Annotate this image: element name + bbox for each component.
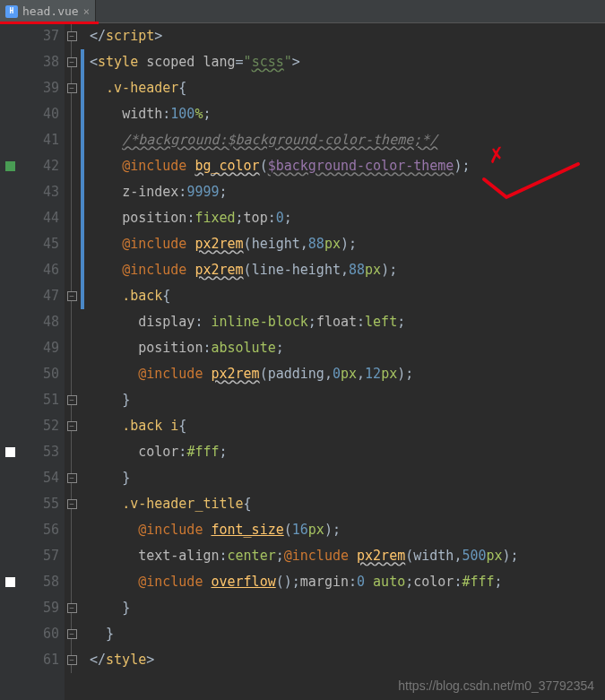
fold-collapse-icon[interactable]: − — [67, 57, 77, 67]
line-number: 56 — [0, 517, 59, 543]
fold-cell: − — [65, 491, 79, 517]
close-icon[interactable]: × — [83, 5, 90, 18]
line-number: 60 — [0, 621, 59, 647]
change-cell — [79, 153, 88, 179]
line-number: 55 — [0, 491, 59, 517]
fold-end-icon[interactable]: − — [67, 395, 77, 405]
fold-cell — [65, 569, 79, 595]
fold-end-icon[interactable]: − — [67, 603, 77, 613]
code-area[interactable]: </script><style scoped lang="scss"> .v-h… — [88, 23, 605, 700]
change-bar-icon — [81, 283, 84, 309]
fold-end-icon[interactable]: − — [67, 655, 77, 665]
line-number: 43 — [0, 179, 59, 205]
change-bar-icon — [81, 49, 84, 75]
change-cell — [79, 595, 88, 621]
code-line[interactable]: display: inline-block;float:left; — [90, 309, 605, 335]
code-line[interactable]: .v-header_title{ — [90, 491, 605, 517]
fold-end-icon[interactable]: − — [67, 31, 77, 41]
change-cell — [79, 75, 88, 101]
change-cell — [79, 517, 88, 543]
code-line[interactable]: @include bg_color($background-color-them… — [90, 153, 605, 179]
code-line[interactable]: } — [90, 465, 605, 491]
change-cell — [79, 283, 88, 309]
line-number: 53 — [0, 439, 59, 465]
fold-cell — [65, 361, 79, 387]
line-number: 59 — [0, 595, 59, 621]
code-line[interactable]: position:absolute; — [90, 335, 605, 361]
fold-cell — [65, 439, 79, 465]
code-line[interactable]: text-align:center;@include px2rem(width,… — [90, 543, 605, 569]
fold-cell: − — [65, 49, 79, 75]
code-line[interactable]: @include px2rem(height,88px); — [90, 231, 605, 257]
change-indicator-column — [79, 23, 88, 700]
line-number: 50 — [0, 361, 59, 387]
fold-cell: − — [65, 387, 79, 413]
change-cell — [79, 335, 88, 361]
code-line[interactable]: @include overflow();margin:0 auto;color:… — [90, 569, 605, 595]
tab-bar: H head.vue × — [0, 0, 605, 23]
code-line[interactable]: <style scoped lang="scss"> — [90, 49, 605, 75]
change-cell — [79, 647, 88, 673]
change-cell — [79, 205, 88, 231]
code-line[interactable]: @include font_size(16px); — [90, 517, 605, 543]
fold-end-icon[interactable]: − — [67, 629, 77, 639]
line-number: 39 — [0, 75, 59, 101]
change-bar-icon — [81, 205, 84, 231]
change-bar-icon — [81, 101, 84, 127]
code-line[interactable]: .back i{ — [90, 413, 605, 439]
code-line[interactable]: /*background:$background-color-theme;*/ — [90, 127, 605, 153]
fold-collapse-icon[interactable]: − — [67, 83, 77, 93]
change-cell — [79, 49, 88, 75]
change-cell — [79, 413, 88, 439]
code-line[interactable]: } — [90, 387, 605, 413]
fold-collapse-icon[interactable]: − — [67, 421, 77, 431]
line-number: 48 — [0, 309, 59, 335]
code-line[interactable]: @include px2rem(padding,0px,12px); — [90, 361, 605, 387]
code-line[interactable]: color:#fff; — [90, 439, 605, 465]
change-cell — [79, 569, 88, 595]
white-gutter-mark-icon — [5, 447, 15, 457]
fold-end-icon[interactable]: − — [67, 473, 77, 483]
change-cell — [79, 491, 88, 517]
change-cell — [79, 309, 88, 335]
fold-collapse-icon[interactable]: − — [67, 499, 77, 509]
code-line[interactable]: width:100%; — [90, 101, 605, 127]
code-line[interactable]: </script> — [90, 23, 605, 49]
fold-collapse-icon[interactable]: − — [67, 291, 77, 301]
fold-cell — [65, 517, 79, 543]
line-number: 45 — [0, 231, 59, 257]
line-number-gutter: 3738394041424344454647484950515253545556… — [0, 23, 65, 700]
change-bar-icon — [81, 179, 84, 205]
file-tab[interactable]: H head.vue × — [0, 0, 96, 22]
line-number: 42 — [0, 153, 59, 179]
code-line[interactable]: z-index:9999; — [90, 179, 605, 205]
code-line[interactable]: </style> — [90, 647, 605, 673]
line-number: 46 — [0, 257, 59, 283]
fold-cell: − — [65, 23, 79, 49]
line-number: 38 — [0, 49, 59, 75]
line-number: 49 — [0, 335, 59, 361]
fold-cell — [65, 153, 79, 179]
line-number: 52 — [0, 413, 59, 439]
fold-cell: − — [65, 621, 79, 647]
line-number: 51 — [0, 387, 59, 413]
change-cell — [79, 621, 88, 647]
line-number: 44 — [0, 205, 59, 231]
fold-cell — [65, 127, 79, 153]
change-bar-icon — [81, 231, 84, 257]
change-cell — [79, 361, 88, 387]
fold-cell: − — [65, 413, 79, 439]
code-line[interactable]: .v-header{ — [90, 75, 605, 101]
change-bar-icon — [81, 257, 84, 283]
change-cell — [79, 439, 88, 465]
code-line[interactable]: } — [90, 621, 605, 647]
fold-cell — [65, 543, 79, 569]
code-line[interactable]: } — [90, 595, 605, 621]
code-line[interactable]: @include px2rem(line-height,88px); — [90, 257, 605, 283]
annotation-underline — [0, 22, 99, 24]
line-number: 57 — [0, 543, 59, 569]
code-line[interactable]: .back{ — [90, 283, 605, 309]
white-gutter-mark-icon — [5, 577, 15, 587]
vue-file-icon: H — [5, 5, 18, 18]
code-line[interactable]: position:fixed;top:0; — [90, 205, 605, 231]
